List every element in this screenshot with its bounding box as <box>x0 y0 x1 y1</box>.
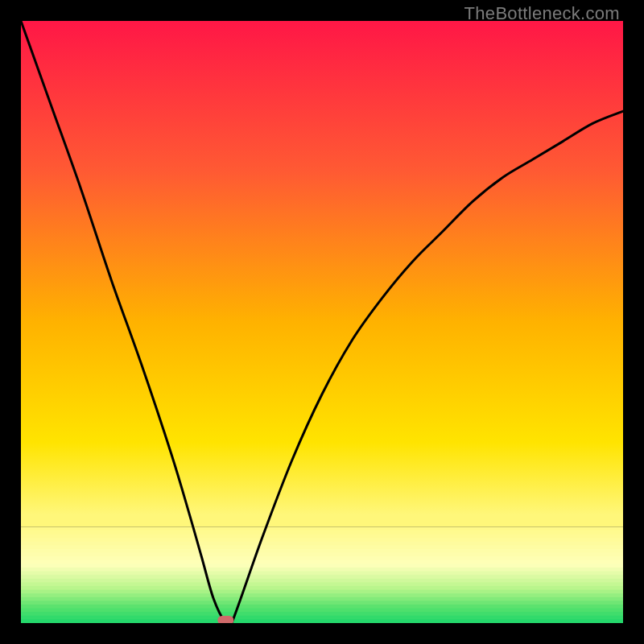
plot-area <box>21 21 623 623</box>
chart-frame: TheBottleneck.com <box>0 0 644 644</box>
bottleneck-chart-canvas <box>21 21 623 623</box>
